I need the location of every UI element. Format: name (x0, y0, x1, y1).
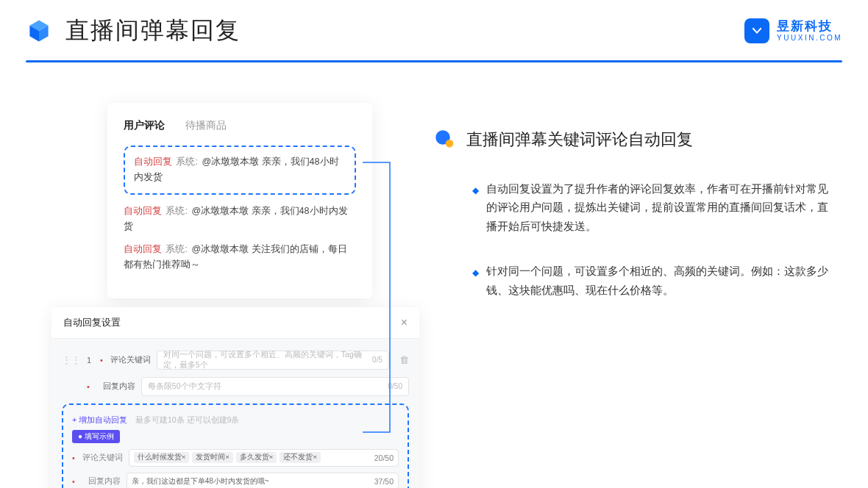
diamond-icon: ◆ (472, 183, 479, 236)
diamond-icon: ◆ (472, 265, 479, 300)
reply-label: 回复内容 (97, 381, 135, 392)
bullet-list: ◆ 自动回复设置为了提升作者的评论回复效率，作者可在开播前针对常见的评论用户问题… (472, 180, 831, 300)
title-wrap: 直播间弹幕回复 (26, 15, 241, 47)
required-dot-icon: • (72, 453, 75, 462)
svg-point-4 (446, 140, 454, 148)
section-head: 直播间弹幕关键词评论自动回复 (434, 129, 831, 151)
example-reply-label: 回复内容 (82, 476, 121, 487)
example-keyword-input[interactable]: 什么时候发货× 发货时间× 多久发货× 还不发货× 20/50 (129, 449, 399, 467)
keyword-label: 评论关键词 (110, 354, 151, 365)
bullet-text: 自动回复设置为了提升作者的评论回复效率，作者可在开播前针对常见的评论用户问题，提… (486, 180, 831, 236)
required-dot-icon: • (100, 356, 103, 365)
settings-header: 自动回复设置 × (51, 307, 419, 339)
comment-row-3: 自动回复 系统: @冰墩墩本墩 关注我们的店铺，每日都有热门推荐呦～ (124, 242, 356, 273)
example-keyword-counter: 20/50 (374, 453, 394, 462)
example-box: + 增加自动回复 最多可建10条 还可以创建9条 ● 填写示例 • 评论关键词 … (62, 403, 409, 489)
brand: 昱新科技 YUUXIN.COM (744, 18, 842, 43)
reply-counter: 0/50 (388, 382, 402, 390)
settings-title: 自动回复设置 (63, 316, 121, 329)
settings-body: ⋮⋮ 1 • 评论关键词 对同一个问题，可设置多个相近、高频的关键词，Tag确定… (51, 339, 419, 489)
auto-reply-tag: 自动回复 (124, 206, 162, 216)
tabs: 用户评论 待播商品 (124, 119, 356, 132)
chip-list: 什么时候发货× 发货时间× 多久发货× 还不发货× (134, 452, 321, 463)
required-dot-icon: • (72, 477, 75, 486)
example-reply-counter: 37/50 (374, 477, 394, 486)
highlighted-comment: 自动回复 系统: @冰墩墩本墩 亲亲，我们48小时内发货 (124, 146, 356, 195)
section-title: 直播间弹幕关键词评论自动回复 (466, 129, 693, 151)
tab-pending-goods[interactable]: 待播商品 (185, 119, 227, 132)
cube-icon (26, 18, 52, 44)
delete-icon[interactable]: 🗑 (399, 354, 409, 365)
keyword-input[interactable]: 对同一个问题，可设置多个相近、高频的关键词，Tag确定，最多5个 0/5 (157, 351, 389, 370)
auto-reply-tag: 自动回复 (134, 157, 172, 167)
tab-user-comments[interactable]: 用户评论 (124, 119, 165, 132)
drag-handle-icon[interactable]: ⋮⋮ (62, 354, 81, 365)
bullet-item: ◆ 针对同一个问题，可设置多个相近的、高频的关键词。例如：这款多少钱、这块能优惠… (472, 262, 831, 300)
bullet-item: ◆ 自动回复设置为了提升作者的评论回复效率，作者可在开播前针对常见的评论用户问题… (472, 180, 831, 236)
system-tag: 系统: (176, 157, 197, 167)
keyword-chip[interactable]: 什么时候发货× (134, 452, 190, 463)
settings-card: 自动回复设置 × ⋮⋮ 1 • 评论关键词 对同一个问题，可设置多个相近、高频的… (51, 307, 419, 489)
add-note: 最多可建10条 还可以创建9条 (135, 415, 239, 424)
keyword-chip[interactable]: 多久发货× (236, 452, 277, 463)
keyword-counter: 0/5 (372, 356, 383, 364)
add-auto-reply-link[interactable]: + 增加自动回复 (72, 415, 127, 424)
close-icon[interactable]: × (401, 316, 408, 329)
system-tag: 系统: (166, 244, 187, 254)
required-dot-icon: • (87, 382, 90, 391)
left-panel: 用户评论 待播商品 自动回复 系统: @冰墩墩本墩 亲亲，我们48小时内发货 自… (96, 103, 405, 488)
comment-row-1: 自动回复 系统: @冰墩墩本墩 亲亲，我们48小时内发货 (134, 154, 346, 186)
example-keyword-label: 评论关键词 (82, 453, 123, 463)
page-header: 直播间弹幕回复 昱新科技 YUUXIN.COM (26, 15, 842, 47)
example-tag: ● 填写示例 (72, 430, 120, 443)
keyword-chip[interactable]: 还不发货× (280, 452, 321, 463)
reply-placeholder: 每条限50个中文字符 (148, 381, 221, 392)
header-divider (26, 60, 842, 62)
keyword-chip[interactable]: 发货时间× (192, 452, 233, 463)
example-keyword-row: • 评论关键词 什么时候发货× 发货时间× 多久发货× 还不发货× 20/50 (72, 449, 399, 467)
bullet-text: 针对同一个问题，可设置多个相近的、高频的关键词。例如：这款多少钱、这块能优惠吗、… (486, 262, 831, 300)
keyword-placeholder: 对同一个问题，可设置多个相近、高频的关键词，Tag确定，最多5个 (163, 350, 372, 370)
keyword-row: ⋮⋮ 1 • 评论关键词 对同一个问题，可设置多个相近、高频的关键词，Tag确定… (62, 351, 409, 370)
system-tag: 系统: (166, 206, 187, 216)
example-reply-row: • 回复内容 亲，我们这边都是下单48小时内发货的哦~ 37/50 (72, 473, 399, 489)
comments-card: 用户评论 待播商品 自动回复 系统: @冰墩墩本墩 亲亲，我们48小时内发货 自… (107, 103, 372, 298)
row-number: 1 (87, 356, 94, 365)
brand-url: YUUXIN.COM (777, 34, 842, 42)
brand-logo-icon (744, 18, 769, 43)
auto-reply-tag: 自动回复 (124, 244, 162, 254)
reply-row: • 回复内容 每条限50个中文字符 0/50 (62, 377, 409, 396)
comment-row-2: 自动回复 系统: @冰墩墩本墩 亲亲，我们48小时内发货 (124, 204, 356, 235)
example-reply-text: 亲，我们这边都是下单48小时内发货的哦~ (132, 476, 269, 487)
page-title: 直播间弹幕回复 (65, 15, 241, 47)
brand-name: 昱新科技 (777, 20, 842, 34)
brand-text: 昱新科技 YUUXIN.COM (777, 20, 842, 42)
reply-input[interactable]: 每条限50个中文字符 0/50 (141, 377, 409, 396)
chat-bubble-icon (434, 129, 456, 151)
example-reply-input[interactable]: 亲，我们这边都是下单48小时内发货的哦~ 37/50 (127, 473, 399, 489)
right-panel: 直播间弹幕关键词评论自动回复 ◆ 自动回复设置为了提升作者的评论回复效率，作者可… (434, 129, 831, 326)
